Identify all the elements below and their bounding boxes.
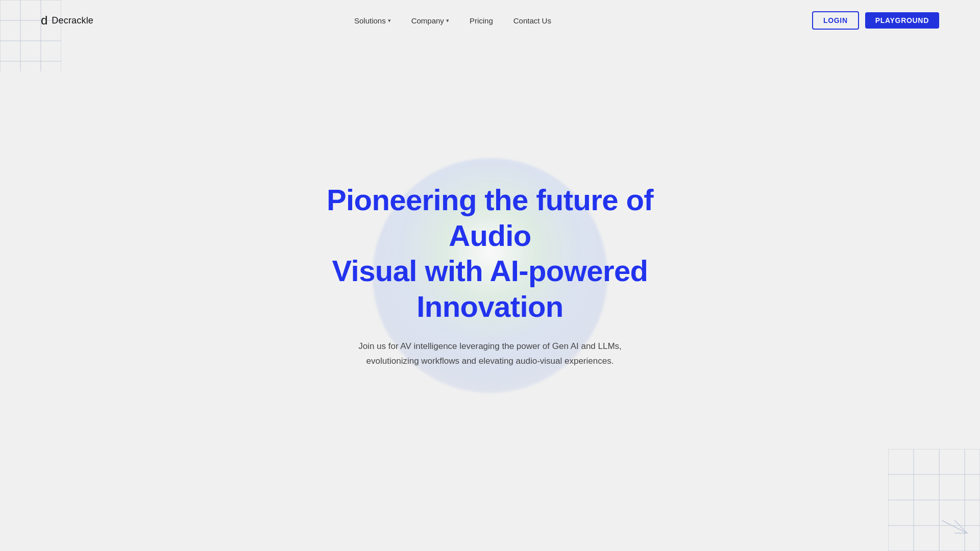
chevron-down-icon: ▾ bbox=[446, 17, 449, 24]
nav-label-company: Company bbox=[411, 16, 444, 25]
nav-label-pricing: Pricing bbox=[470, 16, 493, 25]
logo-text: Decrackle bbox=[52, 15, 93, 26]
nav-label-contact: Contact Us bbox=[513, 16, 551, 25]
nav-actions: LOGIN PLAYGROUND bbox=[812, 11, 939, 30]
hero-subtitle: Join us for AV intelligence leveraging t… bbox=[357, 339, 623, 369]
nav-item-solutions[interactable]: Solutions ▾ bbox=[354, 16, 391, 25]
logo-icon: d bbox=[41, 14, 47, 27]
nav-links: Solutions ▾ Company ▾ Pricing Contact Us bbox=[354, 16, 551, 25]
login-button[interactable]: LOGIN bbox=[812, 11, 859, 30]
nav-item-pricing[interactable]: Pricing bbox=[470, 16, 493, 25]
hero-title-line1: Pioneering the future of Audio bbox=[327, 183, 653, 252]
nav-item-company[interactable]: Company ▾ bbox=[411, 16, 449, 25]
nav-label-solutions: Solutions bbox=[354, 16, 386, 25]
hero-content: Pioneering the future of Audio Visual wi… bbox=[311, 182, 669, 369]
navbar: d Decrackle Solutions ▾ Company ▾ Pricin… bbox=[0, 0, 980, 41]
playground-button[interactable]: PLAYGROUND bbox=[865, 12, 939, 29]
chevron-down-icon: ▾ bbox=[388, 17, 391, 24]
nav-item-contact[interactable]: Contact Us bbox=[513, 16, 551, 25]
hero-title: Pioneering the future of Audio Visual wi… bbox=[311, 182, 669, 324]
logo-area[interactable]: d Decrackle bbox=[41, 14, 93, 27]
hero-section: Pioneering the future of Audio Visual wi… bbox=[0, 0, 980, 551]
hero-title-line2: Visual with AI-powered Innovation bbox=[332, 254, 648, 323]
